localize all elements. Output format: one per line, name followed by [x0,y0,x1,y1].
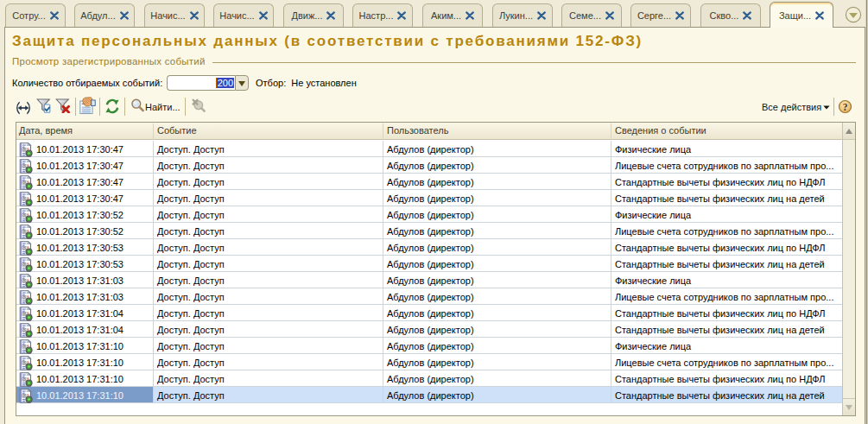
svg-text:?: ? [843,102,848,112]
